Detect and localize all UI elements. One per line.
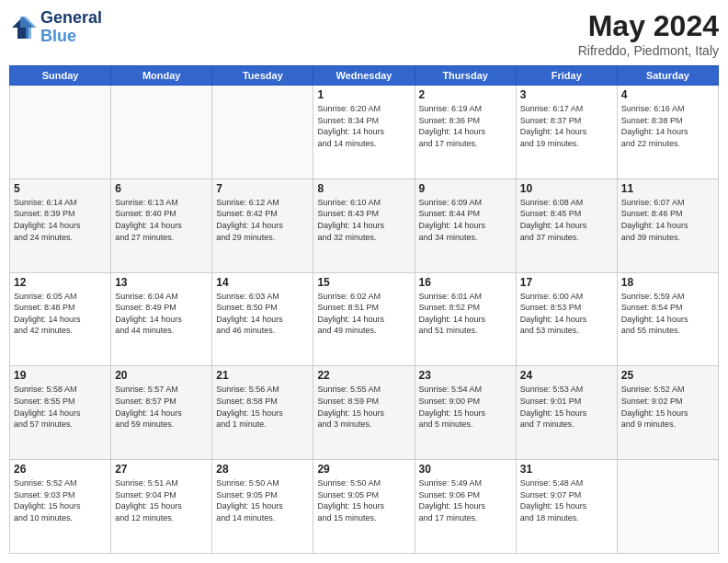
calendar-cell: 31Sunrise: 5:48 AM Sunset: 9:07 PM Dayli… [516, 460, 617, 554]
day-info: Sunrise: 5:51 AM Sunset: 9:04 PM Dayligh… [115, 477, 208, 523]
calendar-cell: 1Sunrise: 6:20 AM Sunset: 8:34 PM Daylig… [313, 86, 415, 179]
day-number: 19 [14, 369, 107, 382]
day-number: 10 [520, 182, 613, 195]
month-title: May 2024 [578, 9, 719, 43]
calendar-cell: 4Sunrise: 6:16 AM Sunset: 8:38 PM Daylig… [617, 86, 718, 179]
calendar-cell [10, 86, 111, 179]
day-number: 14 [216, 276, 309, 289]
day-info: Sunrise: 6:14 AM Sunset: 8:39 PM Dayligh… [14, 197, 107, 243]
calendar-cell: 18Sunrise: 5:59 AM Sunset: 8:54 PM Dayli… [617, 272, 718, 366]
day-info: Sunrise: 6:01 AM Sunset: 8:52 PM Dayligh… [419, 291, 512, 337]
calendar-cell: 23Sunrise: 5:54 AM Sunset: 9:00 PM Dayli… [415, 366, 516, 460]
weekday-header-thursday: Thursday [415, 66, 516, 86]
calendar-cell: 22Sunrise: 5:55 AM Sunset: 8:59 PM Dayli… [313, 366, 415, 460]
calendar-cell: 26Sunrise: 5:52 AM Sunset: 9:03 PM Dayli… [10, 460, 111, 554]
day-info: Sunrise: 5:58 AM Sunset: 8:55 PM Dayligh… [14, 384, 107, 430]
day-info: Sunrise: 6:03 AM Sunset: 8:50 PM Dayligh… [216, 291, 309, 337]
calendar-cell: 20Sunrise: 5:57 AM Sunset: 8:57 PM Dayli… [111, 366, 212, 460]
calendar-cell [617, 460, 718, 554]
day-info: Sunrise: 6:10 AM Sunset: 8:43 PM Dayligh… [317, 197, 410, 243]
day-info: Sunrise: 6:08 AM Sunset: 8:45 PM Dayligh… [520, 197, 613, 243]
calendar-cell: 8Sunrise: 6:10 AM Sunset: 8:43 PM Daylig… [313, 178, 415, 272]
calendar-week-row: 19Sunrise: 5:58 AM Sunset: 8:55 PM Dayli… [10, 366, 719, 460]
calendar-table: SundayMondayTuesdayWednesdayThursdayFrid… [9, 65, 719, 554]
day-number: 30 [419, 463, 512, 476]
day-number: 12 [14, 276, 107, 289]
calendar-cell: 2Sunrise: 6:19 AM Sunset: 8:36 PM Daylig… [415, 86, 516, 179]
day-number: 31 [520, 463, 613, 476]
day-number: 6 [115, 182, 208, 195]
day-info: Sunrise: 5:49 AM Sunset: 9:06 PM Dayligh… [419, 477, 512, 523]
day-number: 11 [621, 182, 714, 195]
calendar-week-row: 26Sunrise: 5:52 AM Sunset: 9:03 PM Dayli… [10, 460, 719, 554]
day-info: Sunrise: 6:20 AM Sunset: 8:34 PM Dayligh… [317, 103, 410, 149]
day-info: Sunrise: 5:50 AM Sunset: 9:05 PM Dayligh… [317, 477, 410, 523]
calendar-week-row: 12Sunrise: 6:05 AM Sunset: 8:48 PM Dayli… [10, 272, 719, 366]
day-number: 21 [216, 369, 309, 382]
day-number: 26 [14, 463, 107, 476]
calendar-cell [111, 86, 212, 179]
day-info: Sunrise: 5:54 AM Sunset: 9:00 PM Dayligh… [419, 384, 512, 430]
calendar-cell: 27Sunrise: 5:51 AM Sunset: 9:04 PM Dayli… [111, 460, 212, 554]
day-info: Sunrise: 6:02 AM Sunset: 8:51 PM Dayligh… [317, 291, 410, 337]
calendar-cell: 3Sunrise: 6:17 AM Sunset: 8:37 PM Daylig… [516, 86, 617, 179]
day-number: 15 [317, 276, 410, 289]
calendar-cell: 28Sunrise: 5:50 AM Sunset: 9:05 PM Dayli… [212, 460, 313, 554]
day-number: 9 [419, 182, 512, 195]
day-info: Sunrise: 5:56 AM Sunset: 8:58 PM Dayligh… [216, 384, 309, 430]
day-number: 5 [14, 182, 107, 195]
weekday-header-wednesday: Wednesday [313, 66, 415, 86]
day-number: 22 [317, 369, 410, 382]
day-info: Sunrise: 5:52 AM Sunset: 9:03 PM Dayligh… [14, 477, 107, 523]
calendar-cell: 13Sunrise: 6:04 AM Sunset: 8:49 PM Dayli… [111, 272, 212, 366]
weekday-header-sunday: Sunday [10, 66, 111, 86]
weekday-header-saturday: Saturday [617, 66, 718, 86]
day-number: 2 [419, 88, 512, 101]
day-info: Sunrise: 5:57 AM Sunset: 8:57 PM Dayligh… [115, 384, 208, 430]
calendar-cell: 14Sunrise: 6:03 AM Sunset: 8:50 PM Dayli… [212, 272, 313, 366]
day-number: 4 [621, 88, 714, 101]
logo-text: General Blue [40, 9, 102, 46]
header: General Blue May 2024 Rifreddo, Piedmont… [9, 9, 719, 58]
logo-line2: Blue [40, 28, 102, 46]
day-number: 8 [317, 182, 410, 195]
calendar-cell: 21Sunrise: 5:56 AM Sunset: 8:58 PM Dayli… [212, 366, 313, 460]
day-info: Sunrise: 5:48 AM Sunset: 9:07 PM Dayligh… [520, 477, 613, 523]
calendar-cell: 15Sunrise: 6:02 AM Sunset: 8:51 PM Dayli… [313, 272, 415, 366]
day-number: 25 [621, 369, 714, 382]
day-info: Sunrise: 5:53 AM Sunset: 9:01 PM Dayligh… [520, 384, 613, 430]
calendar-cell: 30Sunrise: 5:49 AM Sunset: 9:06 PM Dayli… [415, 460, 516, 554]
calendar-cell: 25Sunrise: 5:52 AM Sunset: 9:02 PM Dayli… [617, 366, 718, 460]
day-info: Sunrise: 6:05 AM Sunset: 8:48 PM Dayligh… [14, 291, 107, 337]
day-info: Sunrise: 6:12 AM Sunset: 8:42 PM Dayligh… [216, 197, 309, 243]
day-number: 20 [115, 369, 208, 382]
calendar-cell: 11Sunrise: 6:07 AM Sunset: 8:46 PM Dayli… [617, 178, 718, 272]
calendar-cell: 9Sunrise: 6:09 AM Sunset: 8:44 PM Daylig… [415, 178, 516, 272]
weekday-header-tuesday: Tuesday [212, 66, 313, 86]
weekday-header-friday: Friday [516, 66, 617, 86]
calendar-week-row: 1Sunrise: 6:20 AM Sunset: 8:34 PM Daylig… [10, 86, 719, 179]
day-info: Sunrise: 5:52 AM Sunset: 9:02 PM Dayligh… [621, 384, 714, 430]
day-number: 27 [115, 463, 208, 476]
logo: General Blue [9, 9, 102, 46]
day-info: Sunrise: 6:04 AM Sunset: 8:49 PM Dayligh… [115, 291, 208, 337]
calendar-cell: 5Sunrise: 6:14 AM Sunset: 8:39 PM Daylig… [10, 178, 111, 272]
day-number: 16 [419, 276, 512, 289]
day-info: Sunrise: 5:50 AM Sunset: 9:05 PM Dayligh… [216, 477, 309, 523]
day-info: Sunrise: 6:00 AM Sunset: 8:53 PM Dayligh… [520, 291, 613, 337]
day-number: 18 [621, 276, 714, 289]
weekday-header-monday: Monday [111, 66, 212, 86]
day-info: Sunrise: 5:59 AM Sunset: 8:54 PM Dayligh… [621, 291, 714, 337]
calendar-cell: 29Sunrise: 5:50 AM Sunset: 9:05 PM Dayli… [313, 460, 415, 554]
location-subtitle: Rifreddo, Piedmont, Italy [578, 43, 719, 58]
calendar-cell: 12Sunrise: 6:05 AM Sunset: 8:48 PM Dayli… [10, 272, 111, 366]
title-section: May 2024 Rifreddo, Piedmont, Italy [578, 9, 719, 58]
calendar-cell [212, 86, 313, 179]
day-info: Sunrise: 5:55 AM Sunset: 8:59 PM Dayligh… [317, 384, 410, 430]
logo-line1: General [40, 9, 102, 28]
calendar-cell: 16Sunrise: 6:01 AM Sunset: 8:52 PM Dayli… [415, 272, 516, 366]
day-info: Sunrise: 6:07 AM Sunset: 8:46 PM Dayligh… [621, 197, 714, 243]
calendar-cell: 6Sunrise: 6:13 AM Sunset: 8:40 PM Daylig… [111, 178, 212, 272]
day-number: 29 [317, 463, 410, 476]
calendar-cell: 19Sunrise: 5:58 AM Sunset: 8:55 PM Dayli… [10, 366, 111, 460]
